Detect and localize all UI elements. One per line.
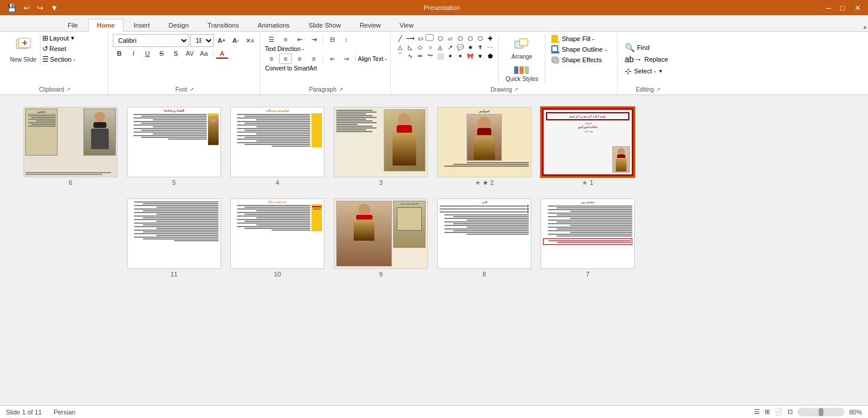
minimize-btn[interactable]: ─: [823, 2, 833, 14]
slide-thumb-8[interactable]: لالاری: [437, 198, 531, 278]
shape-ribbon[interactable]: 🎀: [465, 52, 475, 60]
shape-rrect[interactable]: [425, 34, 434, 41]
layout-dropdown-icon[interactable]: ▼: [70, 35, 75, 41]
arrange-btn[interactable]: Arrange: [508, 34, 535, 62]
redo-btn[interactable]: ↪: [35, 2, 46, 14]
undo-btn[interactable]: ↩: [21, 2, 32, 14]
shape-line[interactable]: ╱: [396, 34, 405, 42]
decrease-font-btn[interactable]: A-: [229, 35, 242, 46]
shape-isoceles[interactable]: ◬: [435, 43, 445, 51]
font-expand-icon[interactable]: ↗: [190, 87, 194, 92]
shape-star5[interactable]: ★: [465, 43, 475, 51]
shape-fill-btn[interactable]: Shape Fill -: [549, 34, 614, 43]
align-text-label[interactable]: Align Text -: [358, 56, 387, 62]
slide-thumb-6[interactable]: دارالفنون: [24, 107, 118, 187]
slide-thumb-5[interactable]: اقتصاد و رخدادها: [127, 107, 221, 187]
slide-thumb-7[interactable]: امتیازنامه روتر: [541, 198, 635, 278]
decrease-indent-btn[interactable]: ⇤: [293, 34, 306, 45]
shape-octagon[interactable]: ⬡: [475, 34, 485, 42]
shape-star6[interactable]: ✶: [455, 52, 465, 60]
shape-diamond[interactable]: ◇: [415, 43, 425, 51]
shape-snip-rect[interactable]: ⬡: [435, 34, 445, 42]
replace-btn[interactable]: ab→ Replace: [622, 54, 671, 65]
rtl-btn[interactable]: ⇐: [326, 53, 339, 64]
clear-format-btn[interactable]: ✕a: [243, 35, 256, 46]
numbering-btn[interactable]: ≡: [279, 34, 292, 45]
convert-smartart-label[interactable]: Convert to SmartArt: [265, 65, 317, 72]
slide-thumb-2[interactable]: امیرکبیر 🎖: [437, 107, 531, 187]
shape-star4[interactable]: ✦: [445, 52, 455, 60]
bold-btn[interactable]: B: [113, 48, 126, 59]
slide-thumb-3[interactable]: 3: [334, 107, 428, 187]
justify-btn[interactable]: ≡: [307, 53, 320, 64]
tab-home[interactable]: Home: [88, 19, 124, 32]
slide-thumb-1[interactable]: بسم الله الرحمن الرحیم موضوع : عدالت امی…: [541, 107, 635, 187]
cols-btn[interactable]: ⊟: [326, 34, 339, 45]
shape-scribble[interactable]: 〜: [425, 52, 435, 60]
maximize-btn[interactable]: □: [838, 2, 847, 14]
tab-animations[interactable]: Animations: [249, 19, 298, 32]
editing-expand-icon[interactable]: ↗: [656, 87, 661, 92]
tab-design[interactable]: Design: [160, 19, 197, 32]
shape-flowchart[interactable]: ⬜: [435, 52, 445, 60]
shape-freeform[interactable]: ✏: [415, 52, 425, 60]
new-slide-btn[interactable]: New Slide: [6, 34, 41, 66]
font-name-select[interactable]: Calibri: [113, 34, 189, 47]
save-btn[interactable]: 💾: [5, 2, 19, 14]
collapse-ribbon-btn[interactable]: ▲: [862, 23, 868, 30]
shape-curved-arrow[interactable]: ↗: [445, 43, 455, 51]
shape-heart[interactable]: ♥: [475, 52, 485, 60]
underline-btn[interactable]: U: [141, 48, 154, 59]
slides-expand-icon[interactable]: ↗: [66, 87, 71, 92]
quick-styles-btn[interactable]: Quick Styles: [502, 63, 541, 85]
text-direction-label[interactable]: Text Direction -: [265, 46, 304, 52]
align-right-btn[interactable]: ≡: [293, 53, 306, 64]
shape-arc[interactable]: ⌒: [396, 52, 405, 60]
slide-thumb-11[interactable]: 11: [127, 198, 221, 278]
shape-circle[interactable]: ○: [425, 43, 435, 51]
tab-file[interactable]: File: [59, 19, 87, 32]
customize-btn[interactable]: ▼: [48, 2, 61, 14]
find-btn[interactable]: 🔍 Find: [622, 42, 652, 53]
reset-label[interactable]: Reset: [49, 45, 66, 52]
para-expand-icon[interactable]: ↗: [339, 87, 343, 92]
slides-panel[interactable]: بسم الله الرحمن الرحیم موضوع : عدالت امی…: [0, 95, 868, 301]
slide-thumb-9[interactable]: کتاب قانون تجارت ایران 9: [334, 198, 428, 278]
shape-pentagon[interactable]: ⬠: [455, 34, 465, 42]
shape-outline-btn[interactable]: Shape Outline -: [549, 45, 614, 54]
shape-rtriangle[interactable]: ◺: [405, 43, 415, 51]
char-spacing-btn[interactable]: AV: [183, 48, 196, 59]
shape-other[interactable]: ⬟: [485, 52, 495, 60]
select-dropdown-icon[interactable]: ▼: [658, 69, 663, 74]
shape-callout[interactable]: 💬: [455, 43, 465, 51]
shape-parallelogram[interactable]: ▱: [445, 34, 455, 42]
shape-hexagon[interactable]: ⬡: [465, 34, 475, 42]
bullets-btn[interactable]: ☰: [265, 34, 278, 45]
tab-insert[interactable]: Insert: [125, 19, 159, 32]
section-label[interactable]: Section -: [50, 56, 75, 63]
tab-view[interactable]: View: [391, 19, 423, 32]
font-color-btn[interactable]: A: [216, 48, 229, 59]
slide-thumb-4[interactable]: دولتمردی و صداقت: [230, 107, 324, 187]
shape-more[interactable]: ⋯: [485, 43, 495, 51]
tab-review[interactable]: Review: [351, 19, 390, 32]
shadow-btn[interactable]: S: [169, 48, 182, 59]
slide-thumb-10[interactable]: تحریم توتون و تنباکو: [230, 198, 324, 278]
font-case-btn[interactable]: Aa: [197, 48, 210, 59]
shape-plus[interactable]: ✚: [485, 34, 495, 42]
shape-arrow-line[interactable]: ⟶: [405, 34, 415, 42]
linespacing-btn[interactable]: ↕: [340, 34, 353, 45]
drawing-expand-icon[interactable]: ↗: [514, 87, 518, 92]
close-btn[interactable]: ✕: [852, 2, 863, 14]
select-btn[interactable]: ⊹ Select - ▼: [622, 66, 665, 76]
increase-font-btn[interactable]: A+: [215, 35, 228, 46]
shape-curve[interactable]: ∿: [405, 52, 415, 60]
strikethrough-btn[interactable]: S: [155, 48, 168, 59]
shape-triangle[interactable]: △: [396, 43, 405, 51]
align-left-btn[interactable]: ≡: [265, 53, 278, 64]
ltr-btn[interactable]: ⇒: [340, 53, 353, 64]
shape-cross[interactable]: ✝: [475, 43, 485, 51]
tab-transitions[interactable]: Transitions: [199, 19, 247, 32]
increase-indent-btn[interactable]: ⇥: [307, 34, 320, 45]
italic-btn[interactable]: I: [127, 48, 140, 59]
